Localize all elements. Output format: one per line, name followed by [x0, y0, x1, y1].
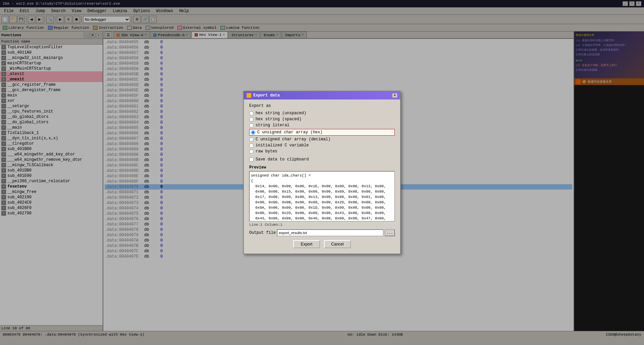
radio-initialized-c-input[interactable] [249, 143, 254, 148]
export-as-label: Export as [249, 104, 395, 108]
radio-initialized-c-label: initialized C variable [256, 143, 309, 148]
radio-raw-bytes-label: raw bytes [256, 149, 277, 154]
dialog-buttons: Export Cancel [249, 237, 395, 250]
export-dialog: Export data × Export as hex string (unsp… [243, 91, 401, 254]
radio-hex-spaced-label: hex string (spaced) [256, 117, 302, 122]
radio-c-unsigned-decimal-input[interactable] [249, 137, 254, 142]
radio-string-literal-input[interactable] [249, 123, 254, 128]
save-clipboard-row: Save data to clipboard [249, 157, 395, 162]
dialog-title: Export data [253, 93, 280, 98]
radio-hex-spaced[interactable]: hex string (spaced) [249, 117, 395, 122]
dialog-body: Export as hex string (unspaced) hex stri… [244, 99, 400, 254]
output-file-label: Output file [249, 230, 276, 235]
radio-hex-unspaced-label: hex string (unspaced) [256, 111, 306, 116]
radio-hex-unspaced-input[interactable] [249, 111, 254, 116]
preview-section-label: Preview [249, 165, 395, 170]
radio-initialized-c[interactable]: initialized C variable [249, 143, 395, 148]
radio-string-literal-label: string literal [256, 123, 289, 128]
radio-hex-spaced-input[interactable] [249, 117, 254, 122]
radio-raw-bytes[interactable]: raw bytes [249, 149, 395, 154]
radio-raw-bytes-input[interactable] [249, 149, 254, 154]
export-button[interactable]: Export [293, 240, 320, 248]
preview-box-container: unsigned char ida_chars[] = { 0x14, 0x00… [249, 171, 395, 221]
radio-hex-unspaced[interactable]: hex string (unspaced) [249, 111, 395, 116]
radio-c-unsigned-decimal[interactable]: C unsigned char array (decimal) [249, 137, 395, 142]
radio-c-unsigned-hex-input[interactable] [251, 130, 255, 135]
save-clipboard-label: Save data to clipboard [256, 157, 309, 162]
browse-button[interactable]: ... [385, 229, 395, 236]
modal-overlay: Export data × Export as hex string (unsp… [0, 0, 644, 345]
preview-box[interactable]: unsigned char ida_chars[] = { 0x14, 0x00… [249, 171, 395, 221]
preview-content: unsigned char ida_chars[] = { 0x14, 0x00… [251, 174, 386, 221]
radio-c-unsigned-hex-label: C unsigned char array (hex) [257, 130, 322, 135]
save-clipboard-checkbox[interactable] [249, 157, 254, 162]
line-col-info: Line:1 Column:1 [249, 223, 395, 227]
dialog-close-button[interactable]: × [392, 93, 397, 98]
output-file-input[interactable] [277, 229, 383, 236]
radio-string-literal[interactable]: string literal [249, 123, 395, 128]
output-file-row: Output file ... [249, 229, 395, 236]
dialog-icon [247, 93, 251, 98]
radio-c-unsigned-hex[interactable]: C unsigned char array (hex) [249, 129, 395, 136]
radio-c-unsigned-decimal-label: C unsigned char array (decimal) [256, 137, 330, 142]
cancel-button[interactable]: Cancel [324, 240, 351, 248]
dialog-titlebar: Export data × [244, 91, 400, 99]
